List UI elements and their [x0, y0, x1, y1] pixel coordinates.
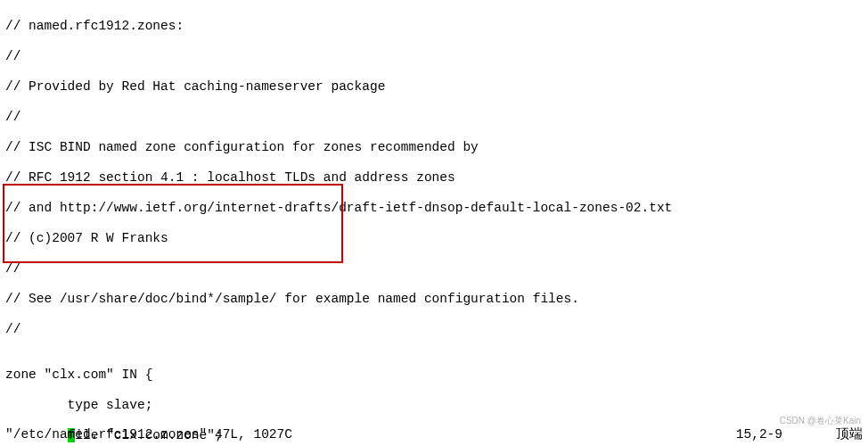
code-line: // and http://www.ietf.org/internet-draf…	[5, 201, 863, 216]
code-line: //	[5, 49, 863, 64]
code-line: //	[5, 261, 863, 277]
watermark: CSDN @卷心菜Kain	[780, 413, 861, 428]
code-line: zone "clx.com" IN {	[5, 368, 863, 383]
code-line: // Provided by Red Hat caching-nameserve…	[5, 79, 863, 95]
code-line: // See /usr/share/doc/bind*/sample/ for …	[5, 292, 863, 307]
status-scroll: 顶端	[836, 427, 863, 442]
vim-status-bar: "/etc/named.rfc1912.zones" 47L, 1027C 15…	[5, 427, 863, 442]
code-line: type slave;	[5, 398, 863, 413]
code-line: //	[5, 322, 863, 337]
editor-content[interactable]: // named.rfc1912.zones: // // Provided b…	[0, 0, 868, 446]
status-position: 15,2-9	[736, 427, 782, 442]
code-line: //	[5, 110, 863, 125]
code-line: // (c)2007 R W Franks	[5, 231, 863, 246]
code-line: // ISC BIND named zone configuration for…	[5, 140, 863, 155]
status-file: "/etc/named.rfc1912.zones" 47L, 1027C	[5, 427, 292, 442]
code-line: // RFC 1912 section 4.1 : localhost TLDs…	[5, 170, 863, 186]
code-line: // named.rfc1912.zones:	[5, 19, 863, 34]
